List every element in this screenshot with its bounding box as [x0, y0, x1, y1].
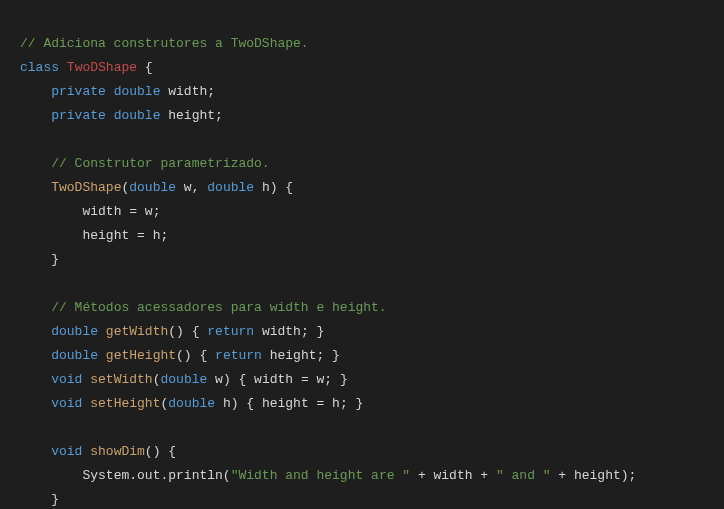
method-getheight: getHeight [106, 348, 176, 363]
method-setwidth: setWidth [90, 372, 152, 387]
type-void: void [51, 444, 82, 459]
constructor-name: TwoDShape [51, 180, 121, 195]
type-double: double [207, 180, 254, 195]
keyword-private: private [51, 108, 106, 123]
assign-width: width = w; [82, 204, 160, 219]
body: () { [176, 348, 215, 363]
param-w: w, [176, 180, 207, 195]
assign-height: height = h; [82, 228, 168, 243]
keyword-return: return [215, 348, 262, 363]
type-double: double [168, 396, 215, 411]
brace: } [51, 252, 59, 267]
concat: + width + [410, 468, 496, 483]
type-double: double [114, 84, 161, 99]
brace: } [51, 492, 59, 507]
comment-line: // Métodos acessadores para width e heig… [51, 300, 386, 315]
field-height: height; [160, 108, 222, 123]
method-getwidth: getWidth [106, 324, 168, 339]
type-void: void [51, 396, 82, 411]
keyword-return: return [207, 324, 254, 339]
type-double: double [51, 348, 98, 363]
type-double: double [51, 324, 98, 339]
code-block: // Adiciona construtores a TwoDShape. cl… [0, 0, 724, 509]
string-literal: "Width and height are " [231, 468, 410, 483]
brace: { [137, 60, 153, 75]
body: h) { height = h; } [215, 396, 363, 411]
concat: + height); [551, 468, 637, 483]
keyword-private: private [51, 84, 106, 99]
string-literal: " and " [496, 468, 551, 483]
type-double: double [160, 372, 207, 387]
keyword-class: class [20, 60, 59, 75]
comment-line: // Construtor parametrizado. [51, 156, 269, 171]
println-call: System.out.println( [82, 468, 230, 483]
comment-line: // Adiciona construtores a TwoDShape. [20, 36, 309, 51]
type-double: double [129, 180, 176, 195]
body: () { [168, 324, 207, 339]
body: height; } [262, 348, 340, 363]
body: () { [145, 444, 176, 459]
method-setheight: setHeight [90, 396, 160, 411]
body: width; } [254, 324, 324, 339]
type-void: void [51, 372, 82, 387]
field-width: width; [160, 84, 215, 99]
method-showdim: showDim [90, 444, 145, 459]
body: w) { width = w; } [207, 372, 347, 387]
type-double: double [114, 108, 161, 123]
param-h: h) { [254, 180, 293, 195]
class-name: TwoDShape [67, 60, 137, 75]
